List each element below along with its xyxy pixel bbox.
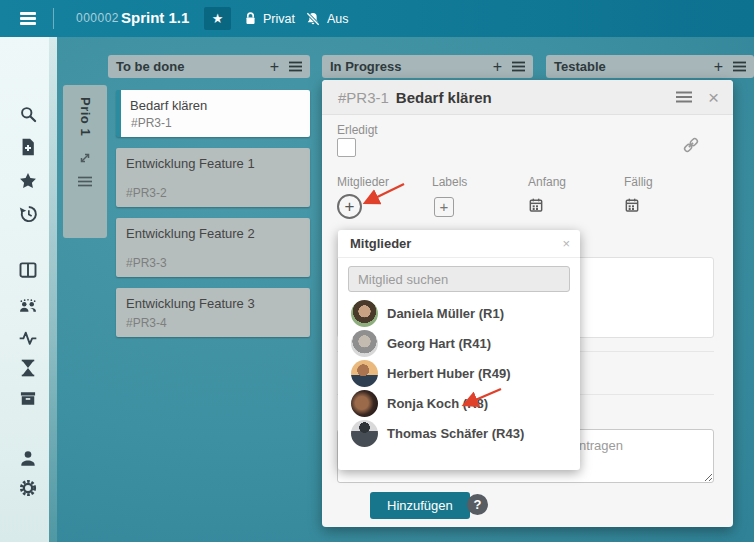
member-row-ronja[interactable]: Ronja Koch (R8) bbox=[338, 388, 580, 418]
left-sidebar bbox=[0, 33, 57, 542]
start-date-calendar-icon[interactable] bbox=[528, 197, 544, 217]
member-name: Georg Hart (R41) bbox=[387, 336, 491, 351]
avatar bbox=[351, 330, 378, 357]
sidebar-item-add-document[interactable] bbox=[18, 137, 38, 157]
member-name: Thomas Schäfer (R43) bbox=[387, 426, 524, 441]
sidebar-item-time[interactable] bbox=[18, 358, 38, 378]
start-label: Anfang bbox=[528, 175, 566, 189]
column-header-in-progress: In Progress + bbox=[322, 55, 533, 78]
swimlane-menu-icon[interactable] bbox=[78, 173, 92, 191]
column-header-to-be-done: To be done + bbox=[108, 55, 310, 78]
star-icon bbox=[18, 171, 38, 191]
history-icon bbox=[18, 204, 38, 224]
modal-close-icon[interactable]: × bbox=[708, 88, 719, 107]
member-row-daniela[interactable]: Daniela Müller (R1) bbox=[338, 298, 580, 328]
member-name: Ronja Koch (R8) bbox=[387, 396, 488, 411]
column-header-testable: Testable + bbox=[546, 55, 754, 78]
due-label: Fällig bbox=[624, 175, 653, 189]
collapse-swimlane-icon[interactable] bbox=[79, 150, 91, 168]
modal-header: #PR3-1 Bedarf klären × bbox=[322, 80, 733, 115]
done-checkbox[interactable] bbox=[337, 138, 356, 157]
board-columns-icon bbox=[18, 260, 38, 280]
privacy-toggle[interactable]: Privat bbox=[244, 0, 295, 37]
card-pr3-1[interactable]: Bedarf klären #PR3-1 bbox=[116, 90, 310, 137]
favorite-star-button[interactable]: ★ bbox=[204, 7, 231, 30]
modal-menu-icon[interactable] bbox=[676, 91, 692, 103]
member-search-input[interactable] bbox=[348, 266, 570, 292]
add-card-icon[interactable]: + bbox=[270, 59, 279, 75]
members-popup-title: Mitglieder bbox=[350, 236, 411, 251]
add-card-icon[interactable]: + bbox=[714, 59, 723, 75]
top-bar: 000002 Sprint 1.1 ★ Privat Aus bbox=[0, 0, 754, 37]
members-popup-header: Mitglieder × bbox=[338, 230, 580, 258]
card-link-icon[interactable] bbox=[682, 136, 700, 158]
swimlane-label: Prio 1 bbox=[78, 97, 93, 136]
sidebar-item-activity[interactable] bbox=[18, 328, 38, 348]
sidebar-item-history[interactable] bbox=[18, 204, 38, 224]
sidebar-edge bbox=[49, 33, 57, 542]
member-row-herbert[interactable]: Herbert Huber (R49) bbox=[338, 358, 580, 388]
avatar bbox=[351, 390, 378, 417]
card-title: Entwicklung Feature 2 bbox=[126, 226, 255, 241]
lock-icon bbox=[244, 11, 257, 26]
avatar bbox=[351, 300, 378, 327]
column-title: In Progress bbox=[330, 59, 402, 74]
card-pr3-4[interactable]: Entwicklung Feature 3 #PR3-4 bbox=[116, 288, 310, 337]
privacy-label: Privat bbox=[263, 12, 295, 26]
member-row-thomas[interactable]: Thomas Schäfer (R43) bbox=[338, 418, 580, 448]
column-menu-icon[interactable] bbox=[512, 61, 525, 72]
card-title: Entwicklung Feature 3 bbox=[126, 296, 255, 311]
star-icon: ★ bbox=[212, 11, 224, 26]
help-icon[interactable]: ? bbox=[467, 494, 488, 515]
add-label-button[interactable]: + bbox=[434, 197, 454, 217]
sidebar-item-settings[interactable] bbox=[18, 478, 38, 498]
person-icon bbox=[18, 448, 38, 468]
members-popup: Mitglieder × Daniela Müller (R1) Georg H… bbox=[338, 230, 580, 470]
swimlane-prio-1[interactable]: Prio 1 bbox=[63, 85, 107, 238]
sidebar-item-board[interactable] bbox=[18, 260, 38, 280]
column-title: To be done bbox=[116, 59, 184, 74]
card-title: Bedarf klären bbox=[130, 98, 207, 113]
members-label: Mitglieder bbox=[337, 175, 389, 189]
group-icon bbox=[18, 296, 38, 316]
add-card-icon[interactable]: + bbox=[493, 59, 502, 75]
sidebar-item-archive[interactable] bbox=[18, 388, 38, 408]
hourglass-icon bbox=[18, 358, 38, 378]
notifications-label: Aus bbox=[327, 12, 349, 26]
member-row-georg[interactable]: Georg Hart (R41) bbox=[338, 328, 580, 358]
card-title: Entwicklung Feature 1 bbox=[126, 156, 255, 171]
modal-card-title: Bedarf klären bbox=[396, 89, 492, 106]
activity-icon bbox=[18, 328, 38, 348]
card-id: #PR3-2 bbox=[126, 186, 167, 200]
sidebar-item-search[interactable] bbox=[18, 104, 38, 124]
search-icon bbox=[18, 104, 38, 124]
board-number: 000002 bbox=[76, 11, 119, 25]
note-add-icon bbox=[18, 137, 38, 157]
card-pr3-2[interactable]: Entwicklung Feature 1 #PR3-2 bbox=[116, 148, 310, 207]
member-name: Herbert Huber (R49) bbox=[387, 366, 511, 381]
column-menu-icon[interactable] bbox=[289, 61, 302, 72]
topbar-divider bbox=[53, 8, 54, 29]
due-date-calendar-icon[interactable] bbox=[624, 197, 640, 217]
column-menu-icon[interactable] bbox=[733, 61, 746, 72]
notifications-toggle[interactable]: Aus bbox=[305, 0, 349, 37]
done-label: Erledigt bbox=[337, 123, 378, 137]
avatar bbox=[351, 420, 378, 447]
column-title: Testable bbox=[554, 59, 606, 74]
labels-label: Labels bbox=[432, 175, 467, 189]
sidebar-item-members[interactable] bbox=[18, 296, 38, 316]
members-popup-close-icon[interactable]: × bbox=[562, 236, 570, 251]
sidebar-item-profile[interactable] bbox=[18, 448, 38, 468]
hamburger-menu-icon[interactable] bbox=[20, 12, 36, 25]
add-comment-button[interactable]: Hinzufügen bbox=[370, 492, 470, 519]
card-id: #PR3-3 bbox=[126, 256, 167, 270]
archive-icon bbox=[18, 388, 38, 408]
gear-icon bbox=[18, 478, 38, 498]
sidebar-item-favorites[interactable] bbox=[18, 171, 38, 191]
card-pr3-3[interactable]: Entwicklung Feature 2 #PR3-3 bbox=[116, 218, 310, 277]
card-id: #PR3-4 bbox=[126, 316, 167, 330]
modal-card-id: #PR3-1 bbox=[338, 89, 389, 106]
add-member-button[interactable]: + bbox=[337, 194, 362, 219]
member-name: Daniela Müller (R1) bbox=[387, 306, 504, 321]
avatar bbox=[351, 360, 378, 387]
